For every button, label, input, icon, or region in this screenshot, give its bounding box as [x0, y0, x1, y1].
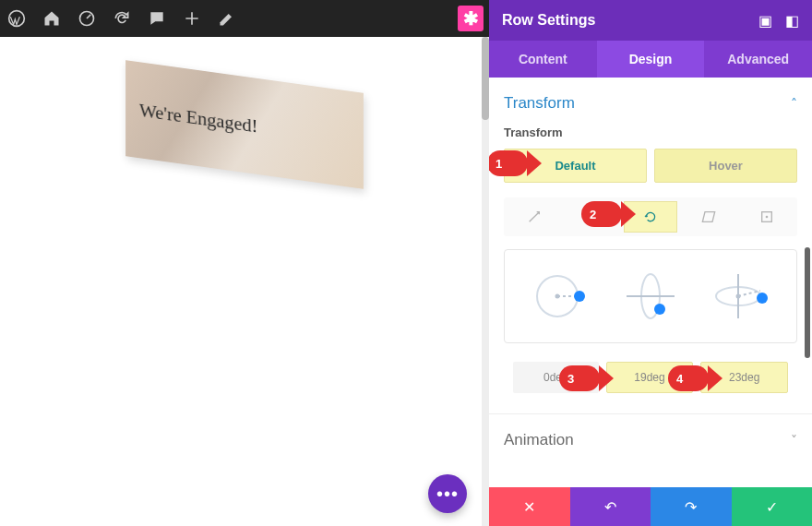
rotation-y-value[interactable]: 23deg [700, 362, 788, 393]
preview-scrollbar[interactable] [482, 37, 489, 526]
transform-section: Transform ˄ Transform 1 Default Hover 2 [489, 78, 812, 414]
state-tab-default[interactable]: Default [504, 149, 647, 183]
refresh-icon[interactable] [113, 9, 131, 28]
svg-point-7 [574, 291, 585, 302]
engaged-banner[interactable]: We're Engaged! [125, 60, 364, 189]
dock-icon[interactable]: ◧ [785, 12, 799, 30]
close-button[interactable]: ✕ [489, 487, 570, 526]
tab-design[interactable]: Design [597, 41, 705, 78]
preview-pane: ✱ We're Engaged! ••• [0, 0, 489, 526]
panel-header: Row Settings ▣ ◧ [489, 0, 812, 41]
dashboard-icon[interactable] [78, 9, 96, 28]
rotation-dials [504, 249, 797, 343]
panel-title: Row Settings [502, 12, 595, 29]
animation-title: Animation [504, 431, 574, 449]
transform-sublabel: Transform [504, 126, 797, 139]
svg-point-15 [757, 293, 768, 304]
pencil-icon[interactable] [218, 9, 236, 28]
transform-type-tabs [504, 197, 797, 236]
tt-translate[interactable] [566, 201, 618, 233]
dial-x[interactable] [621, 270, 680, 322]
dial-z[interactable] [531, 270, 591, 322]
animation-section: Animation ˅ [489, 414, 812, 466]
wp-logo-icon[interactable] [7, 9, 26, 28]
chevron-up-icon: ˄ [791, 96, 797, 111]
home-icon[interactable] [42, 9, 61, 28]
rotation-values: 0deg 19deg 23deg [504, 362, 797, 393]
dial-y[interactable] [710, 270, 770, 322]
undo-button[interactable]: ↶ [570, 487, 651, 526]
rotation-x-value[interactable]: 19deg [606, 362, 694, 393]
redo-button[interactable]: ↷ [651, 487, 732, 526]
svg-point-3 [767, 216, 768, 217]
panel-tabs: Content Design Advanced [489, 41, 812, 78]
engaged-banner-text: We're Engaged! [139, 99, 258, 137]
state-tabs: Default Hover [504, 149, 797, 183]
panel-actions: ✕ ↶ ↷ ✓ [489, 487, 812, 526]
save-button[interactable]: ✓ [732, 487, 813, 526]
state-tab-hover[interactable]: Hover [654, 149, 797, 183]
rotation-z-value[interactable]: 0deg [513, 362, 599, 393]
focus-icon[interactable]: ▣ [758, 12, 772, 30]
builder-fab[interactable]: ••• [428, 474, 467, 513]
plus-icon[interactable] [183, 9, 201, 28]
chevron-down-icon: ˅ [791, 433, 797, 448]
tt-scale[interactable] [508, 201, 560, 233]
wp-admin-bar: ✱ [0, 0, 489, 37]
svg-point-10 [654, 304, 665, 315]
tt-origin[interactable] [741, 201, 794, 233]
preview-canvas: We're Engaged! ••• [0, 37, 489, 526]
settings-panel: Row Settings ▣ ◧ Content Design Advanced… [489, 0, 812, 526]
tab-advanced[interactable]: Advanced [704, 41, 812, 78]
tt-rotate[interactable] [624, 201, 676, 233]
tab-content[interactable]: Content [489, 41, 597, 78]
panel-body: Transform ˄ Transform 1 Default Hover 2 [489, 78, 812, 487]
transform-header[interactable]: Transform ˄ [504, 89, 797, 118]
animation-header[interactable]: Animation ˅ [504, 425, 797, 455]
wireframe-toggle[interactable]: ✱ [458, 6, 484, 31]
tt-skew[interactable] [683, 201, 735, 233]
panel-scrollbar[interactable] [805, 247, 810, 358]
comment-icon[interactable] [148, 9, 166, 28]
transform-title: Transform [504, 94, 575, 113]
